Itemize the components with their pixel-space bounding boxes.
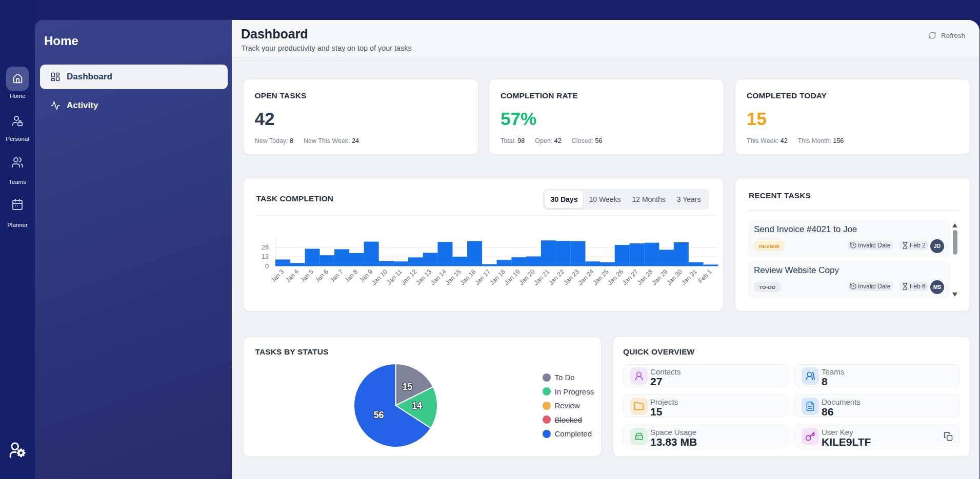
svg-text:Jan 4: Jan 4 <box>284 268 300 284</box>
svg-text:Feb 1: Feb 1 <box>696 268 713 284</box>
svg-text:Jan 13: Jan 13 <box>414 268 433 286</box>
svg-text:26: 26 <box>262 244 269 251</box>
svg-text:Jan 19: Jan 19 <box>503 268 521 286</box>
svg-text:Jan 18: Jan 18 <box>488 268 507 286</box>
svg-text:Jan 7: Jan 7 <box>328 268 344 284</box>
svg-text:Jan 15: Jan 15 <box>444 268 462 286</box>
svg-text:Jan 31: Jan 31 <box>680 268 698 286</box>
svg-text:Jan 10: Jan 10 <box>370 268 388 286</box>
svg-text:Jan 17: Jan 17 <box>473 268 492 286</box>
svg-text:Jan 12: Jan 12 <box>399 268 418 286</box>
svg-text:Jan 11: Jan 11 <box>385 268 403 286</box>
svg-text:Jan 6: Jan 6 <box>313 268 329 284</box>
svg-text:Jan 3: Jan 3 <box>269 268 285 284</box>
svg-text:Jan 28: Jan 28 <box>635 268 654 286</box>
svg-text:Jan 8: Jan 8 <box>343 268 359 284</box>
svg-text:Jan 14: Jan 14 <box>429 268 448 286</box>
svg-text:Jan 24: Jan 24 <box>576 268 595 286</box>
svg-text:Jan 30: Jan 30 <box>665 268 684 286</box>
svg-text:Jan 25: Jan 25 <box>591 268 610 286</box>
svg-text:56: 56 <box>373 410 384 420</box>
svg-text:Jan 22: Jan 22 <box>547 268 566 286</box>
svg-text:Jan 27: Jan 27 <box>621 268 639 286</box>
svg-text:Jan 20: Jan 20 <box>517 268 536 286</box>
svg-text:Jan 16: Jan 16 <box>458 268 477 286</box>
svg-text:15: 15 <box>402 382 412 392</box>
svg-text:Jan 26: Jan 26 <box>606 268 625 286</box>
svg-text:13: 13 <box>262 253 269 260</box>
svg-text:Jan 23: Jan 23 <box>562 268 580 286</box>
svg-text:Jan 29: Jan 29 <box>650 268 669 286</box>
svg-text:Jan 21: Jan 21 <box>532 268 551 286</box>
svg-text:0: 0 <box>265 263 269 270</box>
svg-text:14: 14 <box>412 401 422 411</box>
svg-text:Jan 5: Jan 5 <box>298 268 314 284</box>
